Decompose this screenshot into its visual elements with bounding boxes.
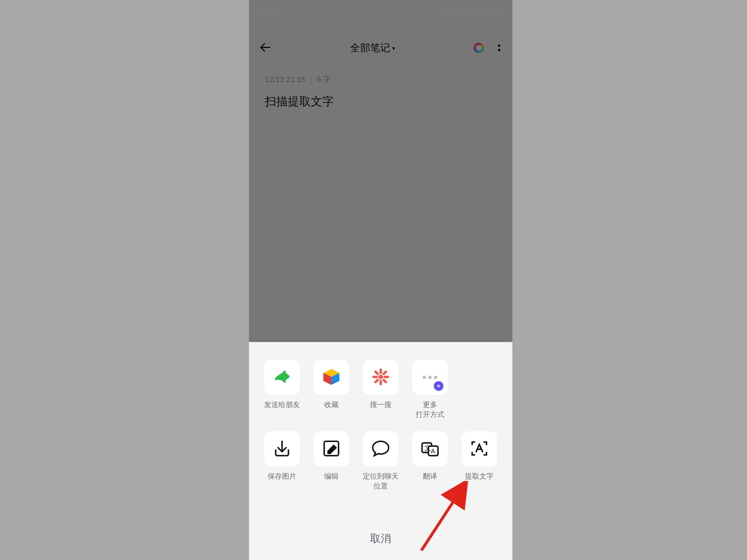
svg-line-13 (376, 380, 378, 382)
cancel-button[interactable]: 取消 (249, 523, 512, 560)
chat-bubble-icon (371, 439, 390, 459)
action-extract-text[interactable]: 提取文字 (456, 431, 503, 491)
note-word-count: 6 字 (317, 74, 331, 85)
hd-icon: HD (466, 8, 475, 14)
svg-line-11 (384, 380, 386, 382)
back-button[interactable] (259, 41, 272, 55)
action-search[interactable]: 搜一搜 (357, 360, 404, 419)
battery-icon: 59 (488, 7, 502, 15)
download-icon (273, 439, 292, 459)
status-time: 18:35 (259, 6, 283, 16)
svg-text:A: A (431, 448, 435, 455)
translate-icon: 文 A (420, 439, 440, 459)
svg-point-5 (379, 375, 383, 379)
phone-frame: 18:35 61.0 KB/S HD (249, 0, 512, 560)
action-sheet: 发送给朋友 收藏 (249, 342, 512, 560)
theme-ring-icon[interactable] (473, 43, 484, 53)
action-locate-in-chat[interactable]: 定位到聊天 位置 (357, 431, 404, 491)
category-dropdown[interactable]: 全部笔记 ▾ (272, 41, 473, 55)
action-favorite[interactable]: 收藏 (308, 360, 355, 419)
ocr-scan-icon (470, 439, 489, 459)
svg-line-12 (384, 372, 386, 374)
network-speed: 61.0 KB/S (444, 7, 453, 15)
svg-point-0 (459, 12, 460, 13)
more-options-button[interactable] (496, 44, 503, 52)
share-arrow-icon (273, 367, 292, 388)
category-title: 全部笔记 (350, 41, 390, 55)
note-meta: 12/13 21:16 | 6 字 (265, 74, 331, 85)
cube-icon (322, 367, 341, 388)
svg-text:文: 文 (424, 445, 431, 452)
wifi-icon (456, 7, 463, 15)
app-bar: 全部笔记 ▾ (249, 33, 512, 62)
svg-line-10 (376, 372, 378, 374)
action-open-with-more[interactable]: 更多 打开方式 (407, 360, 454, 419)
action-translate[interactable]: 文 A 翻译 (407, 431, 454, 491)
note-timestamp: 12/13 21:16 (265, 75, 305, 84)
ellipsis-icon (422, 376, 437, 379)
chevron-down-icon: ▾ (392, 45, 395, 52)
status-bar: 18:35 61.0 KB/S HD (249, 0, 512, 22)
action-send-to-friends[interactable]: 发送给朋友 (259, 360, 306, 419)
action-save-image[interactable]: 保存图片 (259, 431, 306, 491)
spark-icon (371, 367, 390, 388)
note-title: 扫描提取文字 (265, 94, 334, 109)
miniprogram-badge-icon (434, 381, 443, 391)
edit-icon (322, 439, 341, 459)
sheet-divider (263, 522, 498, 522)
signal-icon: 4G (478, 6, 485, 15)
action-edit[interactable]: 编辑 (308, 431, 355, 491)
